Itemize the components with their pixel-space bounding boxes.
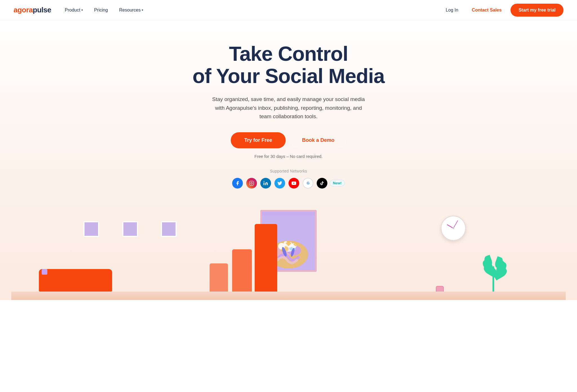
scene xyxy=(11,204,566,300)
svg-rect-0 xyxy=(250,181,254,185)
logo-pulse: pulse xyxy=(33,6,51,14)
supported-networks-label: Supported Networks xyxy=(11,169,566,173)
wall-frame-1 xyxy=(83,221,99,237)
bar-short xyxy=(210,263,228,292)
nav-right: Log In Contact Sales Start my free trial xyxy=(441,4,563,17)
instagram-icon xyxy=(246,178,257,189)
clock xyxy=(441,216,466,241)
floor xyxy=(11,292,566,300)
try-free-button[interactable]: Try for Free xyxy=(231,132,286,148)
small-purple-object xyxy=(42,269,47,275)
nav-resources[interactable]: Resources ▾ xyxy=(115,5,148,15)
youtube-icon xyxy=(288,178,299,189)
start-trial-button[interactable]: Start my free trial xyxy=(511,4,563,17)
free-trial-note: Free for 30 days – No card required. xyxy=(11,154,566,159)
logo[interactable]: agorapulse xyxy=(14,6,51,14)
sofa xyxy=(39,269,112,292)
twitter-icon xyxy=(274,178,285,189)
new-badge: New! xyxy=(330,180,345,186)
wall-frame-2 xyxy=(122,221,138,237)
wall-frame-3 xyxy=(161,221,177,237)
bar-medium xyxy=(232,249,252,292)
svg-point-2 xyxy=(264,181,265,182)
chevron-down-icon: ▾ xyxy=(81,8,83,12)
nav-product[interactable]: Product ▾ xyxy=(60,5,87,15)
linkedin-icon xyxy=(260,178,271,189)
google-mybusiness-icon: G xyxy=(303,178,313,189)
nav-pricing[interactable]: Pricing xyxy=(90,5,112,15)
clock-minute-hand xyxy=(453,220,458,228)
hero-title: Take Control of Your Social Media xyxy=(181,43,396,87)
hero-illustration xyxy=(11,204,566,300)
plant-leaf-1 xyxy=(492,266,509,280)
facebook-icon xyxy=(232,178,243,189)
logo-agora: agora xyxy=(14,6,33,14)
contact-sales-link[interactable]: Contact Sales xyxy=(467,5,506,15)
bar-tall xyxy=(255,224,277,292)
hero-cta-group: Try for Free Book a Demo xyxy=(11,132,566,148)
clock-center xyxy=(452,227,454,229)
tiktok-icon xyxy=(317,178,327,189)
chevron-down-icon: ▾ xyxy=(142,8,143,12)
hero-subtitle: Stay organized, save time, and easily ma… xyxy=(210,95,367,121)
login-link[interactable]: Log In xyxy=(441,5,463,15)
book-demo-button[interactable]: Book a Demo xyxy=(290,132,346,148)
navbar: agorapulse Product ▾ Pricing Resources ▾… xyxy=(0,0,577,20)
nav-links: Product ▾ Pricing Resources ▾ xyxy=(60,5,441,15)
social-networks-list: G New! xyxy=(11,178,566,189)
hero-section: Take Control of Your Social Media Stay o… xyxy=(0,20,577,300)
